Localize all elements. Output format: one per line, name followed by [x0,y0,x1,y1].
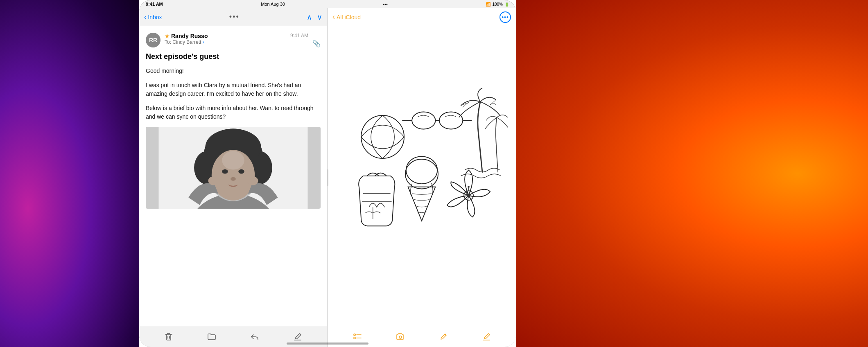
to-arrow-icon: › [203,39,204,45]
mail-subject: Next episode's guest [146,52,321,61]
svg-point-33 [399,336,402,338]
mail-body: Good morning! I was put in touch with Cl… [146,67,321,121]
email-image [146,127,321,209]
sender-name-text: Randy Russo [171,33,208,39]
svg-point-17 [222,151,244,169]
notes-back-button[interactable]: ‹ All iCloud [332,13,361,21]
mail-time: 9:41 AM [290,33,308,38]
compose-button[interactable] [290,329,305,344]
avatar: RR [146,33,160,47]
split-divider[interactable] [327,169,328,186]
body-greeting: Good morning! [146,67,321,75]
notes-back-label: All iCloud [337,14,361,20]
sender-name: ★ Randy Russo [165,33,286,39]
battery-level: 100% [492,2,503,7]
status-right: 📶 100% 🔋 [486,2,509,7]
status-center: ••• [383,2,388,7]
mail-header: ‹ Inbox ••• ∧ ∨ [139,8,327,26]
sketch-canvas [336,34,508,318]
attachment-icon: 📎 [312,40,321,47]
mail-pane: ‹ Inbox ••• ∧ ∨ RR ★ [139,8,328,347]
reply-button[interactable] [247,329,262,344]
status-time: 9:41 AM [146,2,163,7]
svg-point-24 [406,156,437,184]
bg-right [516,0,868,347]
svg-rect-31 [354,337,355,339]
notes-pane: ‹ All iCloud ••• [328,8,516,347]
chevron-left-icon: ‹ [144,14,146,21]
svg-point-11 [238,169,244,174]
markup-button[interactable] [436,329,451,344]
camera-button[interactable] [393,329,408,344]
checklist-button[interactable] [350,329,365,344]
folder-button[interactable] [204,329,219,344]
mail-more-button[interactable]: ••• [229,13,240,21]
notes-more-button[interactable]: ••• [500,11,511,23]
split-view: ‹ Inbox ••• ∧ ∨ RR ★ [139,8,516,347]
wifi-icon: 📶 [486,2,491,7]
status-bar: 9:41 AM Mon Aug 30 ••• 📶 100% 🔋 [139,0,516,8]
sender-row: RR ★ Randy Russo To: Cindy Barrett › [146,33,321,47]
notes-header: ‹ All iCloud ••• [328,8,516,26]
svg-point-10 [222,169,228,174]
svg-point-15 [208,176,219,185]
notes-compose-button[interactable] [479,329,494,344]
home-indicator [287,342,368,345]
svg-point-28 [468,186,470,188]
to-name: Cindy Barrett [172,39,201,45]
mail-back-button[interactable]: ‹ Inbox [144,14,162,21]
svg-point-26 [467,194,471,198]
mail-nav: ∧ ∨ [307,13,322,22]
svg-point-20 [361,115,404,158]
trash-button[interactable] [161,329,176,344]
to-line: To: Cindy Barrett › [165,39,286,45]
battery-icon: 🔋 [504,2,509,7]
mail-next-icon[interactable]: ∨ [317,13,322,22]
body-paragraph1: I was put in touch with Clara by a mutua… [146,81,321,98]
ipad-device: 9:41 AM Mon Aug 30 ••• 📶 100% 🔋 ‹ Inbox … [139,0,516,347]
notes-more-icon: ••• [502,14,509,20]
sender-info: ★ Randy Russo To: Cindy Barrett › [165,33,286,45]
mail-back-label: Inbox [148,14,162,20]
svg-point-22 [439,112,463,129]
svg-point-12 [231,177,236,181]
mail-content: RR ★ Randy Russo To: Cindy Barrett › [139,26,327,326]
svg-point-21 [412,112,435,129]
notes-content [328,26,516,326]
avatar-initials: RR [149,37,157,43]
status-date: Mon Aug 30 [261,2,285,7]
svg-point-23 [405,159,438,189]
notes-chevron-icon: ‹ [332,13,335,21]
svg-point-16 [247,176,258,185]
body-paragraph2: Below is a brief bio with more info abou… [146,104,321,121]
three-dots-status: ••• [383,2,388,7]
star-icon: ★ [165,33,170,39]
bg-left [0,0,139,347]
mail-prev-icon[interactable]: ∧ [307,13,312,22]
